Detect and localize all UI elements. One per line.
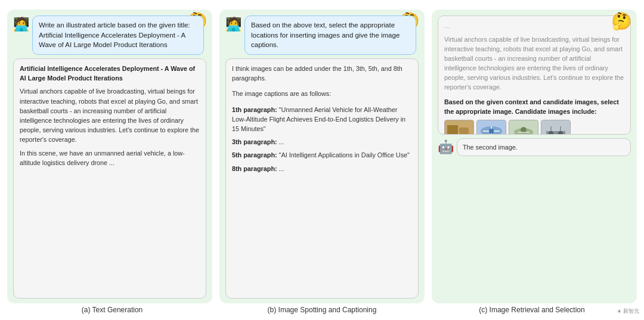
content-box-b: I think images can be added under the 1t… (225, 58, 419, 299)
panels-row: 🤔 🧑‍💻 Write an illustrated article based… (7, 10, 637, 303)
bold-prompt-c: Based on the given context and candidate… (444, 97, 624, 116)
user-robot-icon-a: 🧑‍💻 (13, 17, 29, 32)
content-para-a-1: Virtual anchors capable of live broadcas… (20, 86, 200, 144)
svg-point-8 (489, 129, 494, 133)
caption-2: 3th paragraph: ... (232, 137, 412, 147)
response-intro-b: I think images can be added under the 1t… (232, 64, 412, 83)
image-row-c (444, 120, 624, 135)
panel-text-generation: 🤔 🧑‍💻 Write an illustrated article based… (7, 10, 212, 303)
label-c: (c) Image Retrieval and Selection (427, 306, 637, 314)
user-row-a: 🧑‍💻 Write an illustrated article based o… (13, 15, 206, 55)
panel-image-retrieval: 🤔 ... Virtual anchors capable of live br… (432, 10, 637, 303)
panel-image-spotting: 🤔 🧑‍💻 Based on the above text, select th… (219, 10, 425, 303)
ai-row-c: 🤖 The second image. (438, 138, 631, 156)
caption-4: 8th paragraph: ... (232, 164, 412, 173)
candidate-image-1 (444, 120, 474, 135)
user-row-b: 🧑‍💻 Based on the above text, select the … (225, 15, 419, 55)
panel-labels-row: (a) Text Generation (b) Image Spotting a… (7, 303, 637, 315)
svg-rect-1 (447, 125, 458, 135)
captions-list-b: 1th paragraph: "Unmanned Aerial Vehicle … (232, 105, 412, 177)
thinking-emoji-c: 🤔 (611, 13, 632, 30)
captions-header-b: The image captions are as follows: (232, 89, 412, 98)
label-b: (b) Image Spotting and Captioning (217, 306, 427, 314)
user-robot-icon-b: 🧑‍💻 (225, 17, 242, 32)
caption-3: 5th paragraph: "AI Intelligent Applicati… (232, 150, 412, 160)
label-a: (a) Text Generation (7, 306, 217, 314)
candidate-image-2 (476, 120, 506, 135)
content-box-c: ... Virtual anchors capable of live broa… (438, 15, 631, 135)
content-box-a: Artificial Intelligence Accelerates Depl… (13, 58, 206, 299)
context-text-c: Virtual anchors capable of live broadcas… (444, 35, 624, 92)
speech-bubble-a: Write an illustrated article based on th… (32, 15, 204, 55)
watermark: ☀ 新智元 (617, 307, 639, 315)
ellipsis-c: ... (444, 21, 624, 31)
ai-robot-icon-c: 🤖 (438, 139, 454, 155)
candidate-image-3 (509, 120, 538, 135)
candidate-image-4 (541, 120, 571, 135)
content-title-a: Artificial Intelligence Accelerates Depl… (20, 64, 200, 83)
svg-rect-2 (459, 128, 469, 135)
speech-bubble-b: Based on the above text, select the appr… (244, 15, 416, 55)
content-para-a-2: In this scene, we have an unmanned aeria… (20, 148, 200, 167)
caption-1: 1th paragraph: "Unmanned Aerial Vehicle … (232, 105, 412, 134)
response-bubble-c: The second image. (457, 138, 631, 156)
